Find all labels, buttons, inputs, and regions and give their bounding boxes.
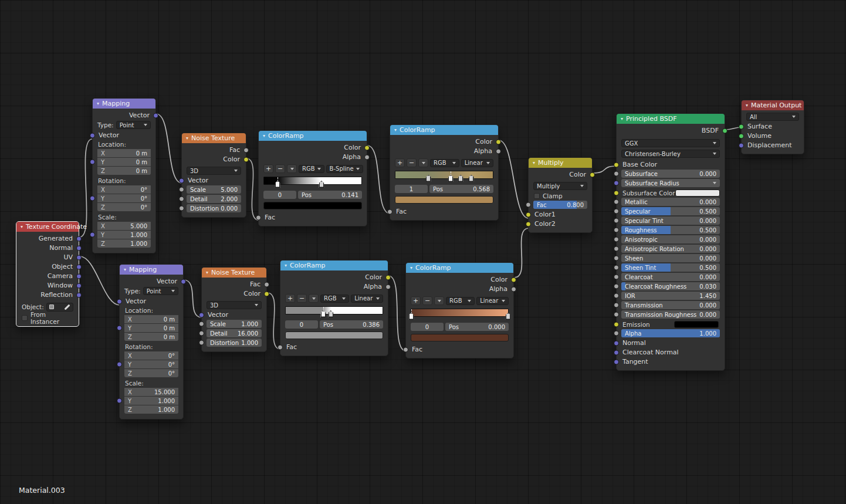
socket-out-uv[interactable] xyxy=(76,255,82,261)
collapse-arrow-icon[interactable]: ▾ xyxy=(746,103,748,108)
color-mode-dropdown[interactable]: RGB xyxy=(320,295,349,303)
node-mapping-1[interactable]: ▾ Mapping Vector Type: Point Vector Loca… xyxy=(92,98,156,253)
socket-in-clearcoat[interactable] xyxy=(614,275,619,280)
gradient-stop[interactable] xyxy=(275,181,280,188)
distortion-slider[interactable]: Distortion 0.000 xyxy=(187,204,241,212)
add-stop-button[interactable]: + xyxy=(285,294,295,303)
distortion-slider[interactable]: Distortion 1.000 xyxy=(207,339,262,347)
stop-color-swatch[interactable] xyxy=(285,332,383,339)
stop-pos-field[interactable]: Pos 0.141 xyxy=(298,191,362,199)
subsurface-slider[interactable]: Subsurface 0.000 xyxy=(621,170,720,178)
collapse-arrow-icon[interactable]: ▾ xyxy=(285,263,287,268)
socket-in-color2[interactable] xyxy=(526,222,531,227)
rotation-y-field[interactable]: Y0° xyxy=(97,194,151,202)
stop-pos-field[interactable]: Pos 0.386 xyxy=(320,320,383,329)
socket-in-vector[interactable] xyxy=(199,313,204,318)
remove-stop-button[interactable]: − xyxy=(297,294,307,303)
ior-slider[interactable]: IOR 1.450 xyxy=(621,292,720,300)
interpolation-dropdown[interactable]: Linear xyxy=(476,297,509,305)
eyedropper-icon[interactable] xyxy=(65,304,70,310)
subsurface-method-dropdown[interactable]: Christensen-Burley xyxy=(621,150,720,158)
socket-in-fac[interactable] xyxy=(278,345,283,350)
location-x-field[interactable]: X0 m xyxy=(124,315,178,323)
interpolation-dropdown[interactable]: B-Spline xyxy=(326,165,363,173)
blend-mode-dropdown[interactable]: Multiply xyxy=(533,182,587,190)
interpolation-dropdown[interactable]: Linear xyxy=(351,295,383,303)
collapse-arrow-icon[interactable]: ▾ xyxy=(621,117,623,121)
socket-in-normal[interactable] xyxy=(614,341,619,346)
colorramp-options-button[interactable] xyxy=(287,164,297,173)
rotation-y-field[interactable]: Y0° xyxy=(124,360,178,368)
location-z-field[interactable]: Z0 m xyxy=(97,167,151,175)
remove-stop-button[interactable]: − xyxy=(407,158,417,167)
socket-in-displacement[interactable] xyxy=(739,143,744,148)
socket-in-tangent[interactable] xyxy=(614,360,619,365)
target-dropdown[interactable]: All xyxy=(746,113,799,121)
colorramp-options-button[interactable] xyxy=(434,296,444,305)
socket-in-rotation[interactable] xyxy=(117,362,122,367)
socket-in-detail[interactable] xyxy=(179,197,184,202)
socket-out-color[interactable] xyxy=(496,140,501,145)
node-multiply[interactable]: ▾ Multiply Color Multiply Clamp xyxy=(528,157,593,233)
location-x-field[interactable]: X0 m xyxy=(97,149,151,157)
socket-out-generated[interactable] xyxy=(76,236,82,242)
socket-out-alpha[interactable] xyxy=(385,285,391,290)
transmission-roughness-slider[interactable]: Transmission Roughness 0.000 xyxy=(621,310,720,319)
color-mode-dropdown[interactable]: RGB xyxy=(299,165,324,173)
checkbox-icon[interactable] xyxy=(22,315,28,321)
socket-in-alpha[interactable] xyxy=(614,331,619,336)
remove-stop-button[interactable]: − xyxy=(275,164,285,173)
stop-color-swatch[interactable] xyxy=(395,196,493,204)
socket-out-color[interactable] xyxy=(243,157,249,163)
remove-stop-button[interactable]: − xyxy=(422,296,432,305)
socket-out-color[interactable] xyxy=(590,172,595,178)
scale-x-field[interactable]: X15.000 xyxy=(124,388,178,396)
socket-in-subsurface-color[interactable] xyxy=(614,191,619,196)
node-header[interactable]: ▾ Texture Coordinate xyxy=(16,222,79,232)
dimensions-dropdown[interactable]: 3D xyxy=(187,167,241,175)
socket-out-alpha[interactable] xyxy=(511,287,516,292)
stop-index-field[interactable]: 0 xyxy=(263,191,296,199)
sheen-slider[interactable]: Sheen 0.000 xyxy=(621,254,720,262)
node-header[interactable]: ▾ Noise Texture xyxy=(182,133,246,143)
scale-y-field[interactable]: Y1.000 xyxy=(124,397,178,405)
from-instancer-row[interactable]: From Instancer xyxy=(16,313,79,322)
type-dropdown[interactable]: Point xyxy=(116,121,151,129)
stop-index-field[interactable]: 1 xyxy=(395,185,428,193)
socket-out-color[interactable] xyxy=(511,278,516,283)
stop-index-field[interactable]: 0 xyxy=(285,320,318,329)
node-colorramp-1[interactable]: ▾ ColorRamp Color Alpha + − RGB xyxy=(258,130,367,226)
detail-slider[interactable]: Detail 2.000 xyxy=(187,195,241,203)
node-header[interactable]: ▾ ColorRamp xyxy=(390,125,498,135)
stop-color-swatch[interactable] xyxy=(411,334,509,341)
socket-in-scale[interactable] xyxy=(90,232,95,238)
socket-in-location[interactable] xyxy=(117,326,122,331)
scale-slider[interactable]: Scale 1.000 xyxy=(207,320,262,328)
add-stop-button[interactable]: + xyxy=(263,164,273,173)
gradient-stop[interactable] xyxy=(409,313,414,320)
gradient-stop[interactable] xyxy=(506,313,511,320)
node-header[interactable]: ▾ Principled BSDF xyxy=(617,114,725,124)
gradient-bar[interactable] xyxy=(395,171,493,179)
clearcoat-slider[interactable]: Clearcoat 0.000 xyxy=(621,273,720,281)
socket-in-vector[interactable] xyxy=(90,133,95,138)
gradient-stop[interactable] xyxy=(448,175,454,182)
scale-x-field[interactable]: X5.000 xyxy=(97,222,151,230)
emission-color-swatch[interactable] xyxy=(674,321,719,328)
collapse-arrow-icon[interactable]: ▾ xyxy=(263,134,265,138)
transmission-slider[interactable]: Transmission 0.000 xyxy=(621,301,720,309)
node-mapping-2[interactable]: ▾ Mapping Vector Type: Point Vector Loca… xyxy=(119,264,184,420)
socket-in-location[interactable] xyxy=(90,160,95,165)
socket-in-scale[interactable] xyxy=(179,187,184,192)
collapse-arrow-icon[interactable]: ▾ xyxy=(186,136,188,141)
collapse-arrow-icon[interactable]: ▾ xyxy=(21,225,23,229)
gradient-bar[interactable] xyxy=(285,306,383,314)
roughness-slider[interactable]: Roughness 0.500 xyxy=(621,226,720,234)
color-mode-dropdown[interactable]: RGB xyxy=(430,159,459,167)
gradient-stop[interactable] xyxy=(319,181,324,188)
node-header[interactable]: ▾ Multiply xyxy=(529,158,592,168)
socket-out-color[interactable] xyxy=(364,146,370,151)
metallic-slider[interactable]: Metallic 0.000 xyxy=(621,198,720,206)
socket-out-fac[interactable] xyxy=(243,148,249,153)
subsurface-color-swatch[interactable] xyxy=(675,190,720,197)
